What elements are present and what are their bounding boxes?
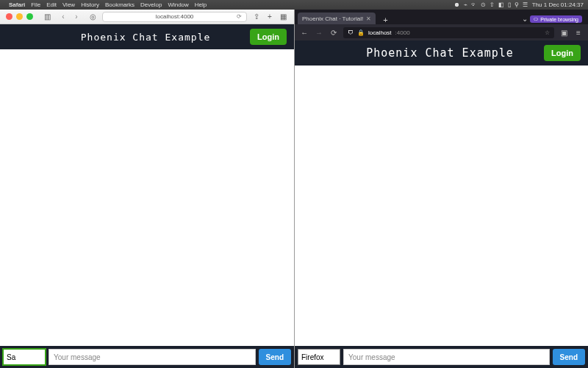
send-button[interactable]: Send — [259, 349, 291, 365]
reload-icon[interactable]: ⟳ — [329, 29, 339, 37]
new-tab-icon[interactable]: + — [265, 12, 275, 22]
menu-history[interactable]: History — [81, 1, 99, 8]
name-input[interactable] — [3, 349, 46, 365]
reload-icon[interactable]: ⟳ — [237, 13, 242, 20]
forward-icon[interactable]: → — [314, 29, 324, 37]
back-icon[interactable]: ← — [299, 29, 309, 37]
macos-menubar: Safari File Edit View History Bookmarks … — [0, 0, 588, 10]
share-icon[interactable]: ⇪ — [251, 12, 262, 22]
mask-icon: ⬭ — [534, 16, 538, 22]
chat-footer: Send — [295, 346, 588, 368]
menu-edit[interactable]: Edit — [46, 1, 57, 8]
menu-window[interactable]: Window — [168, 1, 188, 8]
menu-file[interactable]: File — [31, 1, 40, 8]
app-title: Phoenix Chat Example — [336, 46, 544, 60]
chat-app-header: Phoenix Chat Example Login — [0, 24, 294, 49]
sidebar-toggle-icon[interactable]: ▥ — [42, 12, 52, 22]
status-icon[interactable]: ◧ — [498, 1, 504, 8]
private-browsing-badge: ⬭ Private browsing — [530, 15, 582, 23]
browser-tab[interactable]: Phoenix Chat · Tutorial! ✕ — [298, 13, 376, 24]
bookmark-star-icon[interactable]: ☆ — [545, 29, 550, 36]
firefox-tabbar: Phoenix Chat · Tutorial! ✕ + ⌄ ⬭ Private… — [295, 10, 588, 24]
menu-view[interactable]: View — [62, 1, 75, 8]
url-port: :4000 — [395, 29, 410, 36]
name-input[interactable] — [298, 349, 340, 365]
list-tabs-icon[interactable]: ⌄ — [522, 15, 528, 23]
login-button[interactable]: Login — [250, 29, 287, 45]
lock-icon: 🔒 — [357, 29, 365, 36]
status-icon[interactable]: ⌁ — [464, 1, 467, 8]
chat-messages-area — [295, 66, 588, 346]
menubar-app-name[interactable]: Safari — [9, 1, 25, 8]
chat-app-header: Phoenix Chat Example Login — [295, 40, 588, 66]
safari-toolbar: ▥ ‹ › ◎ localhost:4000 ⟳ ⇪ + ▦ — [0, 10, 294, 24]
url-host: localhost — [368, 29, 392, 36]
status-icon[interactable]: ☰ — [523, 1, 528, 8]
status-icon[interactable]: ⏺ — [454, 1, 460, 8]
window-traffic-lights — [6, 13, 33, 20]
back-icon[interactable]: ‹ — [57, 13, 70, 21]
menu-develop[interactable]: Develop — [140, 1, 162, 8]
login-button[interactable]: Login — [544, 45, 581, 61]
new-tab-icon[interactable]: + — [379, 15, 392, 24]
tab-title: Phoenix Chat · Tutorial! — [302, 15, 363, 22]
address-bar[interactable]: localhost:4000 ⟳ — [102, 12, 247, 22]
safari-window: ▥ ‹ › ◎ localhost:4000 ⟳ ⇪ + ▦ Phoenix C… — [0, 10, 294, 368]
status-icon[interactable]: ⇧ — [490, 1, 495, 8]
url-text: localhost:4000 — [156, 13, 194, 20]
close-tab-icon[interactable]: ✕ — [366, 15, 371, 22]
close-window-icon[interactable] — [6, 13, 12, 20]
chat-footer: Send — [0, 346, 294, 368]
send-button[interactable]: Send — [553, 349, 585, 365]
message-input[interactable] — [343, 349, 550, 365]
status-icon[interactable]: ᯤ — [471, 1, 477, 8]
address-bar[interactable]: ⛉ 🔒 localhost:4000 ☆ — [343, 27, 554, 38]
menu-bookmarks[interactable]: Bookmarks — [105, 1, 135, 8]
app-menu-icon[interactable]: ≡ — [573, 29, 584, 37]
forward-icon[interactable]: › — [70, 13, 83, 21]
extensions-icon[interactable]: ▣ — [559, 29, 569, 37]
tabs-overview-icon[interactable]: ▦ — [278, 12, 288, 22]
status-icon[interactable]: ⚲ — [514, 1, 519, 8]
firefox-toolbar: ← → ⟳ ⛉ 🔒 localhost:4000 ☆ ▣ ≡ — [295, 24, 588, 40]
status-icon[interactable]: ▯ — [508, 1, 511, 8]
message-input[interactable] — [49, 349, 256, 365]
chat-messages-area — [0, 49, 294, 346]
status-icon[interactable]: ⊙ — [481, 1, 486, 8]
app-title: Phoenix Chat Example — [41, 32, 250, 43]
firefox-window: Phoenix Chat · Tutorial! ✕ + ⌄ ⬭ Private… — [294, 10, 588, 368]
minimize-window-icon[interactable] — [16, 13, 23, 20]
menubar-clock[interactable]: Thu 1 Dec 01:24:37 — [532, 1, 584, 8]
menu-help[interactable]: Help — [195, 1, 207, 8]
privacy-report-icon[interactable]: ◎ — [87, 12, 98, 22]
shield-icon[interactable]: ⛉ — [348, 29, 354, 36]
maximize-window-icon[interactable] — [26, 13, 33, 20]
